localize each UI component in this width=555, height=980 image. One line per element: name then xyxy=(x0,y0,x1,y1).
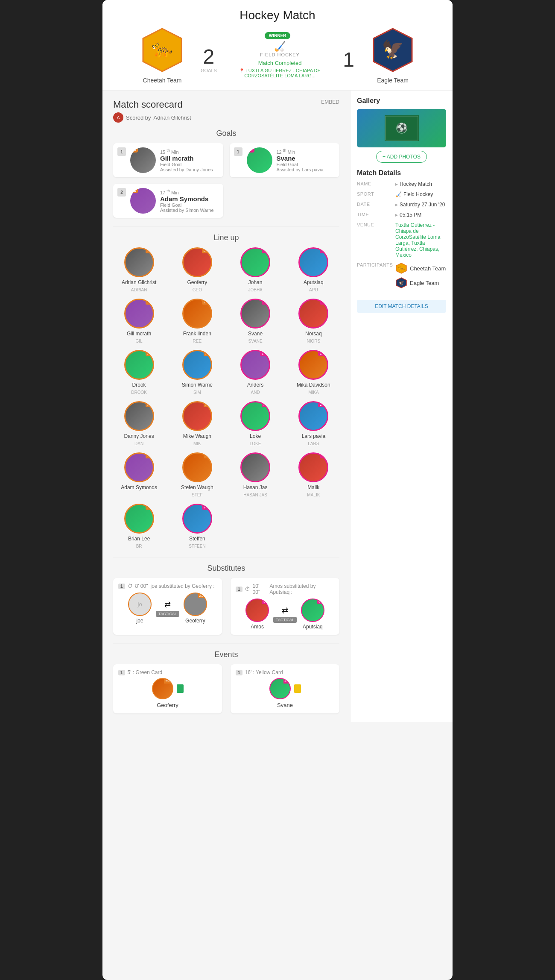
sub-out-player: 43 Amos xyxy=(245,599,269,630)
goal-time: 15 th Min xyxy=(160,148,219,155)
lineup-player-name: Norsaq xyxy=(305,331,322,337)
detail-name-row: NAME ▸Hockey Match xyxy=(357,181,446,187)
venue-link[interactable]: TUXTLA GUTIERREZ - CHIAPA DE CORZOSATÉLI… xyxy=(244,68,321,78)
cheetah-team-logo: 🐆 xyxy=(139,26,186,73)
match-name-value: ▸Hockey Match xyxy=(395,181,432,187)
lineup-player: 34 Simon Warne SIM xyxy=(171,350,223,395)
lineup-player-name: Adrian Gilchrist xyxy=(122,279,156,285)
sub-description: joe substituted by Geoferry : xyxy=(150,583,214,589)
lineup-player-code: JOBHA xyxy=(248,288,262,292)
participants-list: 🐆 Cheetah Team 🦅 Eagle Team xyxy=(395,262,446,291)
sub-in-player: 67 Aputsiaq xyxy=(301,599,324,630)
lineup-player: 12 Mike Waugh MIK xyxy=(171,401,223,446)
eagle-mini-hex: 🦅 xyxy=(395,277,407,289)
scorer-icon: A xyxy=(113,112,123,123)
lineup-player-avatar xyxy=(240,452,270,482)
lineup-player-avatar: 222 xyxy=(182,299,212,329)
lineup-player-avatar: 67 xyxy=(298,247,328,277)
lineup-player-name: Johan xyxy=(248,279,263,285)
sub-in-avatar: 67 xyxy=(301,599,324,622)
event-player-avatar: 236 xyxy=(152,678,173,699)
goal-player-avatar: 42 xyxy=(247,147,272,173)
goal-assist: Assisted by Simon Warne xyxy=(160,208,219,213)
sub-time: 10' 00" xyxy=(253,583,267,595)
lineup-player-code: LARS xyxy=(308,441,319,446)
venue-link[interactable]: Tuxtla Gutierrez - Chiapa de CorzoSatéli… xyxy=(395,222,440,258)
lineup-player-name: Drook xyxy=(132,382,146,388)
detail-time-row: TIME ▸05:15 PM xyxy=(357,212,446,218)
lineup-player-avatar: 22 xyxy=(124,452,154,482)
sport-label: SPORT xyxy=(357,191,391,197)
lineup-player-name: Malik xyxy=(307,484,319,490)
left-team: 🐆 Cheetah Team xyxy=(124,26,201,84)
left-score: 2 xyxy=(201,47,217,67)
goal-player-name: Svane xyxy=(277,155,336,162)
lineup-player: 222 Frank linden REE xyxy=(171,299,223,343)
goal-player-jersey: 42 xyxy=(247,147,254,153)
green-card-icon xyxy=(177,684,184,693)
goal-player-name: Gill mcrath xyxy=(160,155,219,162)
lineup-player-name: Aputsiaq xyxy=(304,279,324,285)
embed-button[interactable]: EMBED xyxy=(321,99,339,105)
scorecard-title: Match scorecard xyxy=(113,99,183,110)
lineup-player-name: Steffen xyxy=(189,536,205,542)
detail-venue-row: VENUE Tuxtla Gutierrez - Chiapa de Corzo… xyxy=(357,222,446,258)
participants-label: PARTICIPANTS xyxy=(357,262,391,267)
lineup-player-avatar: 42 xyxy=(240,299,270,329)
sub-in-name: Geoferry xyxy=(185,618,205,624)
lineup-player-name: Lars pavia xyxy=(302,433,325,439)
right-team-name: Eagle Team xyxy=(377,77,409,84)
lineup-player-code: APU xyxy=(309,288,318,292)
lineup-player-name: Loke xyxy=(250,433,261,439)
subs-section-title: Substitutes xyxy=(113,564,339,573)
lineup-player: 343 Steffen STFEEN xyxy=(171,504,223,549)
lineup-player-code: DROOK xyxy=(131,390,147,395)
sub-in-avatar: 238 xyxy=(184,593,207,616)
lineup-player-name: Danny Jones xyxy=(124,433,154,439)
lineup-player-name: Svane xyxy=(248,331,263,337)
lineup-player-code: MIK xyxy=(193,441,201,446)
cheetah-mini-hex: 🐆 xyxy=(395,262,407,274)
lineup-player-avatar: 343 xyxy=(182,504,212,534)
time-value: ▸05:15 PM xyxy=(395,212,421,218)
detail-sport-row: SPORT 🏑Field Hockey xyxy=(357,191,446,197)
sub-number: 1 xyxy=(236,587,242,592)
goal-player-jersey: 22 xyxy=(130,188,138,193)
lineup-player-avatar: 34 xyxy=(240,247,270,277)
sub-out-avatar: jo xyxy=(128,593,152,616)
lineup-player-code: AND xyxy=(251,390,260,395)
detail-date-row: DATE ▸Saturday 27 Jun '20 xyxy=(357,202,446,208)
gallery-image: ⚽ xyxy=(357,109,446,147)
lineup-player-avatar: 24 xyxy=(298,299,328,329)
lineup-player-avatar: 35 xyxy=(124,401,154,431)
lineup-player-avatar: 32 xyxy=(298,452,328,482)
goal-time: 12 th Min xyxy=(277,148,336,155)
lineup-player: 24 Norsaq NIORS xyxy=(288,299,339,343)
lineup-player-avatar: 45 xyxy=(124,247,154,277)
edit-match-details-button[interactable]: EDIT MATCH DETAILS xyxy=(357,300,446,313)
lineup-player: 234 Lars pavia LARS xyxy=(288,401,339,446)
lineup-player-name: Anders xyxy=(247,382,263,388)
event-player-name: Svane xyxy=(277,702,293,708)
event-number: 1 xyxy=(118,670,125,675)
lineup-player: Hasan Jas HASAN JAS xyxy=(230,452,281,497)
sport-label: FIELD HOCKEY xyxy=(230,52,330,57)
add-photos-button[interactable]: + ADD PHOTOS xyxy=(376,151,427,163)
lineup-player-avatar: 64 xyxy=(182,452,212,482)
goal-assist: Assisted by Danny Jones xyxy=(160,167,219,172)
lineup-section-title: Line up xyxy=(113,233,339,242)
time-label: TIME xyxy=(357,212,391,217)
right-score: 1 xyxy=(343,48,354,71)
sub-item: 1 ⏱ 8' 00" joe substituted by Geoferry :… xyxy=(113,578,222,635)
lineup-player-name: Gill mcrath xyxy=(127,331,151,337)
lineup-player-name: Mike Waugh xyxy=(183,433,211,439)
match-details-title: Match Details xyxy=(357,169,446,177)
lineup-player-name: Stefen Waugh xyxy=(181,484,213,490)
lineup-player: 45 Adrian Gilchrist ADRIAN xyxy=(113,247,165,292)
svg-text:🦅: 🦅 xyxy=(382,39,404,60)
svg-text:🐆: 🐆 xyxy=(152,38,173,59)
winner-badge: WINNER xyxy=(265,32,291,39)
svg-text:⚽: ⚽ xyxy=(396,122,407,132)
lineup-player: 35 Danny Jones DAN xyxy=(113,401,165,446)
events-section-title: Events xyxy=(113,650,339,659)
